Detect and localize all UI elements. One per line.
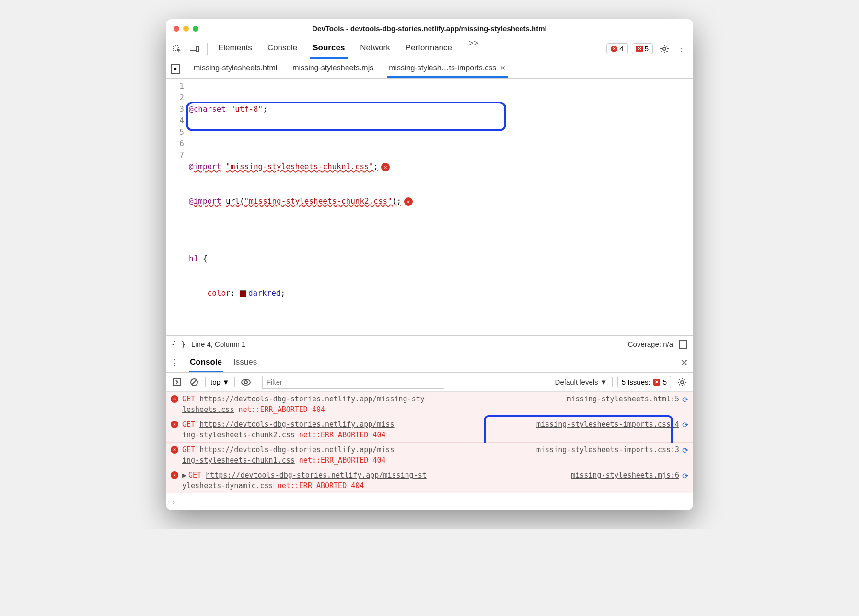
drawer-tab-console[interactable]: Console: [189, 354, 223, 372]
sidebar-toggle-icon[interactable]: [171, 376, 183, 388]
console-error-row[interactable]: ✕ GET https://devtools-dbg-stories.netli…: [166, 417, 693, 443]
source-link[interactable]: missing-stylesheets-imports.css:3: [536, 445, 679, 466]
error-message: GET https://devtools-dbg-stories.netlify…: [182, 394, 562, 415]
error-circle-icon: ✕: [171, 446, 178, 454]
error-url[interactable]: https://devtools-dbg-stories.netlify.app…: [206, 471, 427, 479]
console-error-row[interactable]: ✕ GET https://devtools-dbg-stories.netli…: [166, 392, 693, 417]
error-message: ▶GET https://devtools-dbg-stories.netlif…: [182, 470, 566, 491]
pretty-print-icon[interactable]: { }: [172, 340, 186, 349]
chevron-down-icon: ▼: [600, 378, 607, 386]
devtools-window: DevTools - devtools-dbg-stories.netlify.…: [166, 19, 693, 510]
error-message: GET https://devtools-dbg-stories.netlify…: [182, 445, 532, 466]
close-icon[interactable]: [174, 26, 179, 32]
code-line-error: @import "missing-stylesheets-chukn1.css"…: [189, 161, 693, 172]
close-tab-icon[interactable]: ✕: [500, 64, 506, 72]
svg-point-3: [663, 47, 666, 50]
errors-badge[interactable]: ✕ 4: [606, 43, 627, 54]
issue-square-icon: ✕: [653, 379, 660, 386]
drawer-close-icon[interactable]: ✕: [680, 357, 688, 368]
error-url[interactable]: ing-stylesheets-chunk2.css: [182, 431, 295, 439]
divider: [205, 377, 206, 387]
console-error-row[interactable]: ✕ GET https://devtools-dbg-stories.netli…: [166, 443, 693, 468]
errors-count: 4: [619, 45, 623, 53]
svg-rect-2: [197, 47, 199, 52]
panel-tabs: Elements Console Sources Network Perform…: [215, 38, 478, 59]
divider: [612, 377, 613, 387]
svg-rect-1: [190, 46, 196, 51]
drawer-menu-icon[interactable]: ⋮: [171, 357, 179, 368]
cursor-position: Line 4, Column 1: [191, 340, 245, 348]
divider: [234, 377, 235, 387]
code-line: @charset "utf-8";: [189, 103, 693, 115]
maximize-icon[interactable]: [193, 26, 198, 32]
source-link[interactable]: missing-stylesheets-imports.css:4: [536, 419, 679, 440]
issues-badge[interactable]: ✕ 5: [632, 43, 653, 54]
code-line: h1 {: [189, 253, 693, 264]
svg-point-8: [244, 381, 247, 384]
minimize-icon[interactable]: [183, 26, 189, 32]
editor-statusbar: { } Line 4, Column 1 Coverage: n/a: [166, 335, 693, 353]
error-url[interactable]: lesheets.css: [182, 405, 234, 414]
error-url[interactable]: ing-stylesheets-chukn1.css: [182, 456, 295, 465]
line-gutter: 1 2 3 4 5 6 7: [166, 79, 189, 335]
log-levels-selector[interactable]: Default levels ▼: [555, 378, 607, 386]
reload-icon[interactable]: ⟳: [682, 471, 688, 491]
source-link[interactable]: missing-stylesheets.mjs:6: [571, 470, 679, 491]
divider: [257, 377, 257, 387]
file-tab-2[interactable]: missing-stylesh…ts-imports.css ✕: [387, 60, 508, 78]
file-tab-1[interactable]: missing-stylesheets.mjs: [290, 60, 375, 78]
coverage-label: Coverage: n/a: [628, 340, 673, 348]
divider: [207, 43, 208, 55]
tab-performance[interactable]: Performance: [403, 38, 455, 59]
device-mode-icon[interactable]: [187, 41, 202, 57]
svg-line-6: [192, 380, 197, 385]
code-line: color: darkred;: [189, 287, 693, 299]
reload-icon[interactable]: ⟳: [682, 395, 688, 415]
more-menu-icon[interactable]: ⋮: [674, 41, 689, 57]
inspect-icon[interactable]: [170, 41, 185, 57]
console-prompt[interactable]: ›: [166, 493, 693, 510]
svg-rect-4: [173, 379, 181, 386]
reload-icon[interactable]: ⟳: [682, 445, 688, 466]
error-url[interactable]: https://devtools-dbg-stories.netlify.app…: [199, 445, 394, 454]
console-messages: ✕ GET https://devtools-dbg-stories.netli…: [166, 392, 693, 510]
error-url[interactable]: https://devtools-dbg-stories.netlify.app…: [199, 395, 425, 403]
tab-elements[interactable]: Elements: [215, 38, 255, 59]
titlebar: DevTools - devtools-dbg-stories.netlify.…: [166, 19, 693, 38]
file-tabs-bar: ▶ missing-stylesheets.html missing-style…: [166, 59, 693, 79]
console-error-row[interactable]: ✕ ▶GET https://devtools-dbg-stories.netl…: [166, 468, 693, 493]
settings-icon[interactable]: [657, 41, 672, 57]
issue-square-icon: ✕: [636, 46, 643, 52]
context-selector[interactable]: top ▼: [210, 378, 230, 386]
code-content[interactable]: @charset "utf-8"; @import "missing-style…: [189, 79, 693, 335]
coverage-icon[interactable]: [679, 340, 687, 349]
filter-input[interactable]: [262, 376, 444, 389]
traffic-lights: [174, 26, 198, 32]
tab-console[interactable]: Console: [265, 38, 300, 59]
issues-button[interactable]: 5 Issues: ✕ 5: [617, 376, 671, 388]
main-toolbar: Elements Console Sources Network Perform…: [166, 38, 693, 59]
code-line-error: @import url("missing-stylesheets-chunk2.…: [189, 195, 693, 207]
error-circle-icon: ✕: [171, 395, 178, 403]
error-url[interactable]: ylesheets-dynamic.css: [182, 481, 273, 490]
error-message: GET https://devtools-dbg-stories.netlify…: [182, 419, 532, 440]
svg-point-7: [242, 379, 250, 385]
tab-network[interactable]: Network: [357, 38, 393, 59]
expand-icon[interactable]: ▶: [182, 471, 186, 479]
code-editor[interactable]: 1 2 3 4 5 6 7 @charset "utf-8"; @import …: [166, 79, 693, 335]
tab-sources[interactable]: Sources: [310, 38, 348, 59]
navigator-toggle-icon[interactable]: ▶: [171, 64, 180, 74]
console-settings-icon[interactable]: [676, 376, 688, 388]
console-toolbar: top ▼ Default levels ▼ 5 Issues: ✕ 5: [166, 373, 693, 392]
issues-count: 5: [645, 45, 649, 53]
live-expression-icon[interactable]: [240, 376, 252, 388]
svg-point-9: [681, 381, 684, 384]
error-url[interactable]: https://devtools-dbg-stories.netlify.app…: [199, 420, 394, 429]
clear-console-icon[interactable]: [188, 376, 200, 388]
file-tab-0[interactable]: missing-stylesheets.html: [192, 60, 279, 78]
more-tabs-icon[interactable]: >>: [468, 38, 478, 59]
error-circle-icon: ✕: [171, 421, 178, 428]
drawer-tab-issues[interactable]: Issues: [232, 354, 258, 372]
reload-icon[interactable]: ⟳: [682, 420, 688, 440]
source-link[interactable]: missing-stylesheets.html:5: [567, 394, 679, 415]
